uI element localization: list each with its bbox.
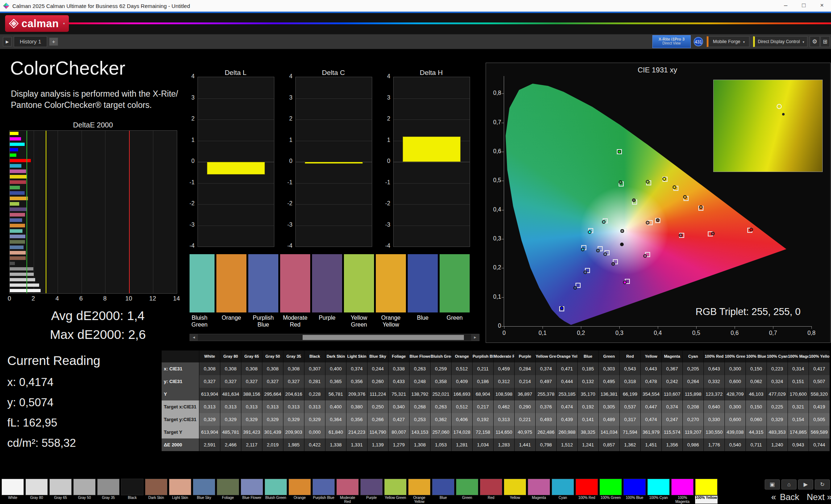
table-cell: 0,000 [304, 426, 325, 438]
patch-item[interactable]: Orange Yellow [408, 479, 431, 504]
maximize-icon[interactable]: □ [795, 0, 813, 12]
patch-item[interactable]: Purplish Blue [312, 479, 335, 504]
delta-gridline [394, 98, 470, 99]
table-header-cell: 100% Cyan [767, 350, 788, 362]
patch-item[interactable]: Yellow Green [384, 479, 407, 504]
gear-icon[interactable]: ⚙ [810, 36, 820, 47]
table-cell: 2,466 [220, 438, 241, 451]
swatch-scrollbar[interactable]: ◄ ► [190, 334, 479, 341]
calman-logo[interactable]: calman ▾ [5, 15, 69, 32]
play-icon[interactable]: ▶ [798, 479, 813, 490]
patch-item[interactable]: Blue Flower [241, 479, 263, 504]
tab-history-1[interactable]: History 1 [14, 36, 47, 47]
table-row-label: x: CIE31 [162, 362, 199, 375]
table-cell: 0,208 [683, 400, 704, 413]
patch-item[interactable]: Foliage [217, 479, 239, 504]
table-cell: 0,150 [746, 400, 767, 413]
delta-gridline [296, 141, 372, 141]
table-cell: 0,374 [536, 362, 557, 375]
patch-item[interactable]: Black [121, 479, 144, 504]
table-cell: 0,329 [283, 413, 304, 426]
minimize-icon[interactable]: – [777, 0, 795, 12]
table-row: Target x:CIE310,3130,3130,3130,3130,3130… [162, 400, 830, 413]
patch-item[interactable]: Gray 65 [49, 479, 72, 504]
table-cell: 0,228 [304, 388, 325, 400]
home-icon[interactable]: ⌂ [781, 479, 797, 490]
table-row-label: Y [162, 388, 199, 400]
patch-item[interactable]: Gray 80 [25, 479, 48, 504]
rgb-triplet-readout: RGB Triplet: 255, 255, 0 [695, 306, 801, 318]
meter-select-button[interactable]: X-Rite i1Pro 3 Direct View [652, 35, 691, 48]
patch-color-block [671, 479, 694, 495]
patch-item[interactable]: Blue Sky [193, 479, 215, 504]
cie-measured-dot [620, 229, 624, 233]
workspace-columns-icon[interactable]: ⊞ [820, 36, 830, 47]
table-cell: 0,329 [767, 413, 788, 426]
table-cell: 0,798 [536, 438, 557, 451]
back-button[interactable]: Back [780, 492, 799, 503]
cie-measured-dot [643, 254, 647, 258]
table-row: x: CIE310,3080,3080,3080,3080,3080,3070,… [162, 362, 830, 375]
refresh-icon[interactable]: ↻ [815, 479, 830, 490]
patch-color-block [121, 479, 144, 495]
add-tab-button[interactable]: + [49, 38, 58, 46]
delta-y-tick-label: 3 [281, 94, 292, 101]
patch-label: Green [456, 496, 478, 504]
patch-item[interactable]: Gray 35 [97, 479, 120, 504]
table-cell: 0,364 [325, 413, 346, 426]
patch-item[interactable]: 100% Blue [623, 479, 646, 504]
patch-label: Black [121, 496, 144, 504]
scrollbar-thumb[interactable] [303, 335, 464, 340]
delta-gridline [394, 183, 470, 184]
swatch-color-block [190, 254, 215, 312]
delta-y-tick-label: 1 [183, 137, 195, 143]
patch-item[interactable]: Dark Skin [145, 479, 167, 504]
patch-item[interactable]: Yellow [504, 479, 526, 504]
patch-item[interactable]: 100% Cyan [647, 479, 670, 504]
cie-y-tick [502, 152, 504, 152]
patch-item[interactable]: Gray 50 [73, 479, 96, 504]
patch-label: Cyan [552, 496, 574, 504]
patch-item[interactable]: Cyan [552, 479, 574, 504]
cie-chart-title: CIE 1931 xy [504, 66, 811, 74]
patch-item[interactable]: Moderate Red [336, 479, 359, 504]
back-arrow-icon[interactable]: « [771, 492, 776, 503]
table-cell: 558,320 [809, 388, 830, 400]
patch-item[interactable]: 100% Magenta [671, 479, 694, 504]
table-cell: 130,550 [704, 426, 725, 438]
delta-gridline [296, 183, 372, 184]
delta-c-title: Delta C [295, 69, 371, 77]
patch-item[interactable]: Magenta [528, 479, 550, 504]
table-cell: 1,512 [557, 438, 578, 451]
patch-item[interactable]: Bluish Green [265, 479, 287, 504]
deltae-fail-line [129, 131, 130, 293]
history-prev-icon[interactable]: ▶ [3, 37, 12, 46]
delta-y-tick-label: 1 [281, 137, 292, 143]
patch-color-block [456, 479, 478, 495]
scroll-left-icon[interactable]: ◄ [190, 334, 198, 341]
patch-item[interactable]: 100% Yellow [695, 479, 718, 504]
table-cell: 1,985 [283, 438, 304, 451]
patch-item[interactable]: Purple [360, 479, 383, 504]
patch-item[interactable]: White [1, 479, 24, 504]
patch-color-block [336, 479, 359, 495]
patch-item[interactable]: Orange [288, 479, 311, 504]
patch-item[interactable]: Light Skin [169, 479, 191, 504]
patch-item[interactable]: Green [456, 479, 478, 504]
table-cell: 0,223 [767, 362, 788, 375]
table-cell: 0,340 [389, 400, 410, 413]
patch-item[interactable]: 100% Green [599, 479, 622, 504]
source-select-button[interactable]: Mobile Forge ▾ [707, 36, 749, 47]
display-control-button[interactable]: Direct Display Control ▾ [753, 36, 807, 47]
layout-icon[interactable]: ▣ [765, 479, 780, 490]
patch-item[interactable]: Red [480, 479, 502, 504]
table-cell: 0,141 [578, 413, 599, 426]
patch-item[interactable]: Blue [432, 479, 454, 504]
scroll-right-icon[interactable]: ► [471, 334, 479, 341]
patch-item[interactable]: 100% Red [576, 479, 598, 504]
close-icon[interactable]: × [813, 0, 831, 12]
next-arrow-icon[interactable]: » [827, 492, 831, 503]
next-button[interactable]: Next [807, 492, 824, 503]
table-cell: 0,330 [704, 413, 725, 426]
patch-color-block [73, 479, 96, 495]
